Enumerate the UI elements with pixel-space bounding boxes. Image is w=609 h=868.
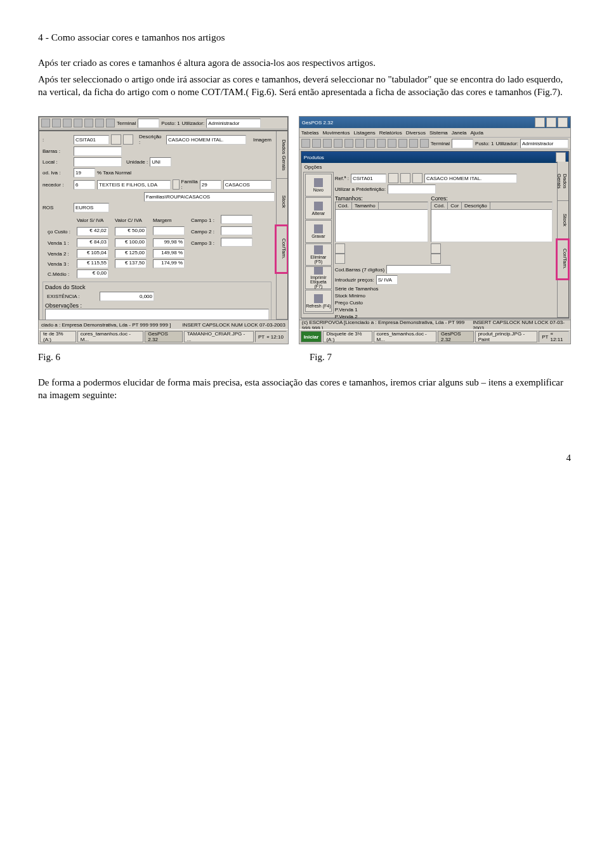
next-button[interactable] (412, 173, 422, 183)
add-tamanho-button[interactable] (335, 243, 345, 254)
familias-path[interactable]: Familias\ROUPA\CASACOS (144, 192, 275, 202)
introduzir-select[interactable]: S/ IVA (376, 275, 398, 285)
task-item[interactable]: produt_princip.JPG - Paint (475, 331, 538, 342)
vtab-dados-gerais[interactable]: Dados Gerais (557, 162, 568, 201)
task-item-active[interactable]: GesPOS 2.32 (145, 331, 182, 342)
price-cell[interactable]: € 137,50 (115, 259, 147, 268)
toolbar-icon[interactable] (84, 119, 93, 127)
task-item[interactable]: TAMANHO_CRIAR.JPG - ... (184, 331, 254, 342)
task-item[interactable]: cores_tamanhos.doc - M... (77, 331, 144, 342)
barras-input[interactable] (74, 146, 122, 156)
codbarras-input[interactable] (386, 265, 451, 274)
margem-cell[interactable]: 99,98 % (153, 238, 185, 247)
price-cell[interactable]: € 105,04 (77, 249, 108, 258)
menu-item[interactable]: Sistema (429, 130, 448, 136)
tray-lang[interactable]: PT (258, 334, 265, 340)
lookup-button[interactable] (173, 179, 180, 190)
menu-item[interactable]: Listagens (354, 130, 376, 136)
fornecedor-num[interactable]: 6 (74, 180, 95, 190)
toolbar-icon[interactable] (312, 139, 321, 148)
ref-input[interactable]: CSITA01 (351, 174, 386, 183)
menu-item[interactable]: Diversos (406, 130, 426, 136)
margem-cell[interactable]: 149,98 % (153, 249, 185, 258)
max-button[interactable] (546, 117, 556, 127)
close-button[interactable] (556, 152, 566, 162)
price-cell[interactable]: € 42,02 (77, 227, 108, 236)
toolbar-icon[interactable] (420, 139, 429, 148)
sidebar-imprimir[interactable]: Imprimir Etiqueta (F7) (305, 266, 332, 289)
vtab-cor-tam[interactable]: Cor/Tam. (557, 240, 568, 279)
toolbar-icon[interactable] (355, 139, 364, 148)
toolbar-icon[interactable] (388, 139, 396, 148)
toolbar-icon[interactable] (409, 139, 418, 148)
lookup-button[interactable] (111, 134, 121, 145)
task-item[interactable]: Disquete de 3½ (A:) (323, 331, 372, 342)
toolbar-icon[interactable] (95, 119, 104, 127)
sidebar-gravar[interactable]: Gravar (305, 220, 332, 242)
codiva-input[interactable]: 19 (74, 168, 95, 178)
ref-input[interactable]: CSITA01 (74, 135, 109, 145)
task-item[interactable]: te de 3% (A:) (40, 331, 76, 342)
price-cell[interactable]: € 84,03 (77, 238, 108, 247)
cores-list[interactable]: Cód.CorDescrição (431, 202, 553, 242)
add-cor-button[interactable] (431, 243, 441, 254)
menu-item[interactable]: Movimentos (322, 130, 350, 136)
utilizador-select[interactable]: Administrador (206, 119, 261, 128)
vtab-stock[interactable]: Stock (276, 179, 287, 226)
local-input[interactable] (74, 157, 122, 167)
toolbar-icon[interactable] (41, 119, 50, 127)
arrow-button[interactable] (123, 134, 133, 145)
desc-input[interactable]: CASACO HOMEM ITAL. (166, 135, 246, 145)
margem-cell[interactable]: 174,99 % (153, 259, 185, 268)
vtab-stock[interactable]: Stock (557, 201, 568, 240)
familia-input[interactable]: CASACOS (223, 180, 272, 190)
unidade-input[interactable]: UNI (150, 157, 171, 167)
toolbar-icon[interactable] (52, 119, 61, 127)
menu-item[interactable]: Janela (452, 130, 467, 136)
sidebar-alterar[interactable]: Alterar (305, 197, 332, 219)
min-button[interactable] (535, 117, 545, 127)
toolbar-icon[interactable] (74, 119, 82, 127)
opcoes-label[interactable]: Opções (301, 163, 568, 171)
sidebar-refresh[interactable]: Refresh (F4) (305, 290, 332, 312)
campo1-input[interactable] (221, 215, 252, 224)
toolbar-icon[interactable] (366, 139, 375, 148)
close-button[interactable] (558, 117, 568, 127)
start-button[interactable]: Iniciar (301, 331, 322, 342)
menu-item[interactable]: Ajuda (470, 130, 483, 136)
predefinicao-select[interactable] (388, 185, 436, 194)
toolbar-icon[interactable] (323, 139, 332, 148)
lookup-button[interactable] (388, 173, 398, 183)
campo2-input[interactable] (221, 226, 252, 235)
menu-item[interactable]: Relatórios (379, 130, 402, 136)
moeda2-input[interactable]: EUROS (74, 203, 109, 212)
rem-cor-button[interactable] (431, 254, 441, 264)
vtab-dados-gerais[interactable]: Dados Gerais (276, 131, 287, 178)
tamanhos-list[interactable]: Cód.Tamanho (335, 202, 428, 242)
sidebar-novo[interactable]: Novo (305, 174, 332, 196)
toolbar-icon[interactable] (301, 139, 310, 148)
menu-item[interactable]: Tabelas (301, 130, 319, 136)
price-cell[interactable]: € 115,55 (77, 259, 108, 268)
toolbar-icon[interactable] (106, 119, 115, 127)
tray-lang[interactable]: PT (542, 334, 548, 340)
price-cell[interactable]: € 0,00 (77, 269, 108, 278)
task-item[interactable]: cores_tamanhos.doc - M... (374, 331, 436, 342)
rem-tamanho-button[interactable] (335, 254, 345, 264)
desc-input[interactable]: CASACO HOMEM ITAL. (424, 174, 517, 183)
fornecedor-input[interactable]: TEXTEIS E FILHOS, LDA (97, 180, 171, 190)
toolbar-icon[interactable] (398, 139, 407, 148)
price-cell[interactable]: € 100,00 (115, 238, 147, 247)
campo3-input[interactable] (221, 238, 252, 247)
vtab-extra[interactable] (557, 279, 568, 318)
toolbar-icon[interactable] (334, 139, 343, 148)
toolbar-icon[interactable] (63, 119, 72, 127)
utilizador-select[interactable]: Administrador (520, 139, 568, 148)
prev-button[interactable] (400, 173, 410, 183)
price-cell[interactable]: € 125,00 (115, 249, 147, 258)
familia-num[interactable]: 29 (200, 180, 221, 190)
vtab-cor-tam[interactable]: Cor/Tam. (276, 226, 287, 273)
terminal-input[interactable] (452, 139, 473, 148)
toolbar-icon[interactable] (344, 139, 353, 148)
price-cell[interactable]: € 50,00 (115, 227, 147, 236)
